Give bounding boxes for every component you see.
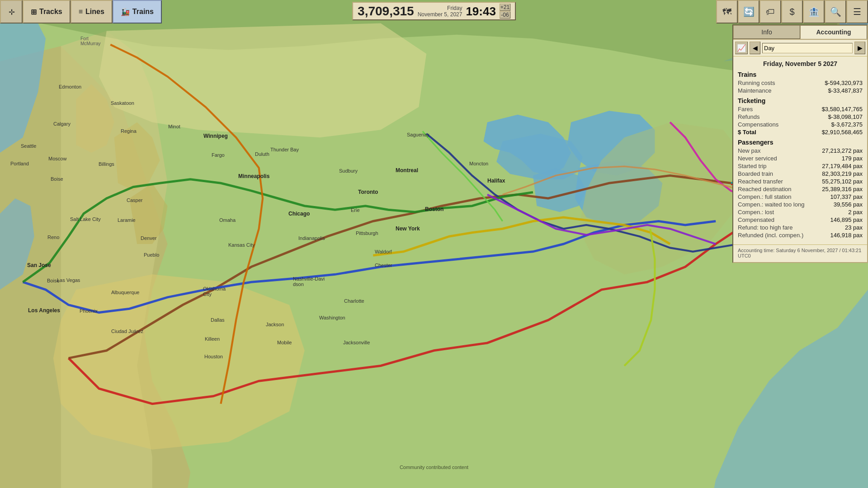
score: 3,709,315 xyxy=(358,4,414,19)
accounting-panel: Info Accounting 📈 ◀ Day Week Month Year … xyxy=(732,24,868,263)
tracks-icon: ⊞ xyxy=(31,8,37,16)
reached-destination-row: Reached destination 25,389,316 pax xyxy=(738,185,863,193)
chart-button[interactable]: 📈 xyxy=(735,42,748,54)
center-display: 3,709,315 Friday November 5, 2027 19:43 … xyxy=(352,2,516,20)
maintenance-label: Maintenance xyxy=(738,87,771,94)
compensated-row: Compensated 146,895 pax xyxy=(738,216,863,224)
compen-lost-value: 2 pax xyxy=(848,209,863,216)
bank-btn[interactable]: 🏦 xyxy=(803,0,825,23)
boarded-train-row: Boarded train 82,303,219 pax xyxy=(738,170,863,178)
panel-content: Friday, November 5 2027 Trains Running c… xyxy=(733,56,867,243)
tab-info[interactable]: Info xyxy=(733,25,800,39)
money-btn[interactable]: $ xyxy=(781,0,803,23)
refunded-incl-label: Refunded (incl. compen.) xyxy=(738,232,803,239)
refund-high-value: 23 pax xyxy=(845,224,863,231)
compensated-value: 146,895 pax xyxy=(830,216,863,223)
refunds-value: $-38,098,107 xyxy=(828,113,863,120)
total-row: $ Total $2,910,568,465 xyxy=(738,128,863,136)
refunds-label: Refunds xyxy=(738,113,760,120)
compen-waited-value: 39,556 pax xyxy=(834,201,863,208)
lines-icon: ≡ xyxy=(79,8,83,16)
boarded-train-label: Boarded train xyxy=(738,170,773,177)
speed-controls: +21 -06 xyxy=(500,4,510,19)
panel-nav: 📈 ◀ Day Week Month Year ▶ xyxy=(733,40,867,56)
refunded-incl-row: Refunded (incl. compen.) 146,918 pax xyxy=(738,231,863,239)
lines-button[interactable]: ≡ Lines xyxy=(71,0,113,23)
period-select[interactable]: Day Week Month Year xyxy=(762,43,853,53)
compensations-value: $-3,672,375 xyxy=(831,121,863,128)
refresh-btn[interactable]: 🔄 xyxy=(738,0,760,23)
never-serviced-row: Never serviced 179 pax xyxy=(738,155,863,162)
fares-value: $3,580,147,765 xyxy=(822,106,863,113)
new-pax-label: New pax xyxy=(738,147,761,154)
passengers-section: Passengers xyxy=(738,139,863,146)
never-serviced-label: Never serviced xyxy=(738,155,777,162)
compen-full-label: Compen.: full station xyxy=(738,193,792,200)
date: November 5, 2027 xyxy=(418,11,462,18)
compensated-label: Compensated xyxy=(738,216,774,223)
reached-transfer-value: 55,275,102 pax xyxy=(822,178,863,185)
panel-date: Friday, November 5 2027 xyxy=(738,60,863,67)
speed-down-button[interactable]: -06 xyxy=(500,11,510,19)
compen-full-row: Compen.: full station 107,337 pax xyxy=(738,193,863,201)
compen-waited-label: Compen.: waited too long xyxy=(738,201,804,208)
running-costs-value: $-594,320,973 xyxy=(825,80,863,86)
cursor-button[interactable]: ⊹ xyxy=(0,0,23,23)
never-serviced-value: 179 pax xyxy=(842,155,863,162)
tab-accounting[interactable]: Accounting xyxy=(800,25,867,39)
compensations-label: Compensations xyxy=(738,121,778,128)
nav-next[interactable]: ▶ xyxy=(854,42,865,54)
speed-up-button[interactable]: +21 xyxy=(500,4,510,11)
time-display: 19:43 xyxy=(466,5,496,17)
refunded-incl-value: 146,918 pax xyxy=(830,232,863,239)
menu-btn[interactable]: ☰ xyxy=(846,0,868,23)
reached-destination-label: Reached destination xyxy=(738,186,792,192)
compen-full-value: 107,337 pax xyxy=(830,193,863,200)
refund-high-row: Refund: too high fare 23 pax xyxy=(738,224,863,231)
lines-label: Lines xyxy=(85,8,104,16)
reached-destination-value: 25,389,316 pax xyxy=(822,186,863,192)
nav-prev[interactable]: ◀ xyxy=(750,42,760,54)
started-trip-label: Started trip xyxy=(738,163,767,169)
fares-label: Fares xyxy=(738,106,753,113)
total-value: $2,910,568,465 xyxy=(822,129,863,136)
trains-label: Trains xyxy=(132,8,154,16)
compensations-row: Compensations $-3,672,375 xyxy=(738,121,863,128)
compen-waited-row: Compen.: waited too long 39,556 pax xyxy=(738,201,863,208)
tracks-button[interactable]: ⊞ Tracks xyxy=(23,0,71,23)
started-trip-value: 27,179,484 pax xyxy=(822,163,863,169)
new-pax-value: 27,213,272 pax xyxy=(822,147,863,154)
running-costs-row: Running costs $-594,320,973 xyxy=(738,79,863,87)
refund-high-label: Refund: too high fare xyxy=(738,224,793,231)
ticketing-section: Ticketing xyxy=(738,97,863,104)
maintenance-value: $-33,487,837 xyxy=(828,87,863,94)
date-time: Friday November 5, 2027 xyxy=(418,5,462,18)
reached-transfer-row: Reached transfer 55,275,102 pax xyxy=(738,178,863,185)
tracks-label: Tracks xyxy=(39,8,62,16)
refunds-row: Refunds $-38,098,107 xyxy=(738,113,863,121)
reached-transfer-label: Reached transfer xyxy=(738,178,783,185)
search-btn[interactable]: 🔍 xyxy=(825,0,846,23)
fares-row: Fares $3,580,147,765 xyxy=(738,105,863,113)
day-of-week: Friday xyxy=(447,5,462,11)
trains-icon: 🚂 xyxy=(121,8,130,16)
total-label: $ Total xyxy=(738,129,756,136)
compen-lost-row: Compen.: lost 2 pax xyxy=(738,208,863,216)
right-toolbar: 🗺 🔄 🏷 $ 🏦 🔍 ☰ xyxy=(716,0,868,23)
panel-tabs: Info Accounting xyxy=(733,25,867,40)
boarded-train-value: 82,303,219 pax xyxy=(822,170,863,177)
running-costs-label: Running costs xyxy=(738,80,775,86)
compen-lost-label: Compen.: lost xyxy=(738,209,774,216)
maintenance-row: Maintenance $-33,487,837 xyxy=(738,87,863,94)
tags-btn[interactable]: 🏷 xyxy=(760,0,781,23)
new-pax-row: New pax 27,213,272 pax xyxy=(738,147,863,155)
map-btn[interactable]: 🗺 xyxy=(716,0,738,23)
started-trip-row: Started trip 27,179,484 pax xyxy=(738,162,863,170)
trains-button[interactable]: 🚂 Trains xyxy=(113,0,162,23)
trains-section: Trains xyxy=(738,71,863,78)
cursor-icon: ⊹ xyxy=(9,8,14,16)
accounting-time: Accounting time: Saturday 6 November, 20… xyxy=(733,244,867,262)
